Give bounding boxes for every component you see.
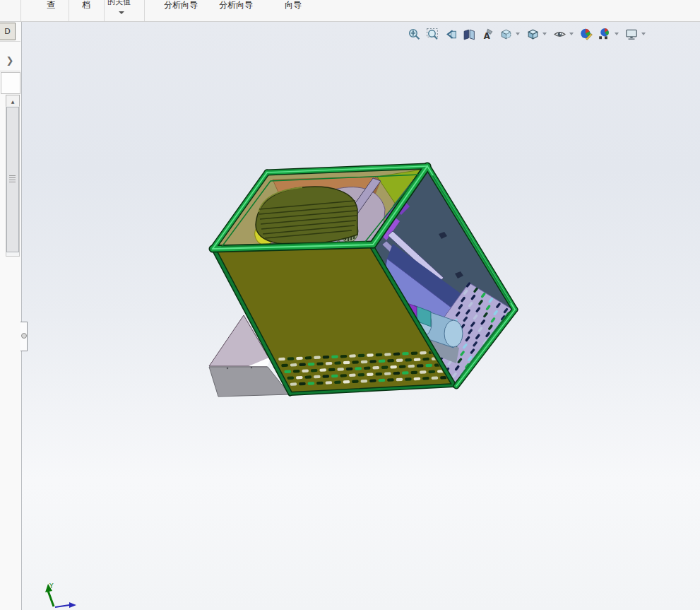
vent-slot xyxy=(387,378,394,382)
vent-slot xyxy=(287,376,294,380)
vent-slot xyxy=(319,368,326,372)
vent-slot xyxy=(375,373,382,376)
scrollbar-grip xyxy=(9,175,16,182)
vent-slot xyxy=(417,364,424,368)
view-orientation-button[interactable] xyxy=(498,26,514,42)
panel-placeholder-box xyxy=(1,72,20,94)
vent-slot xyxy=(420,351,427,355)
toolbar-button-analysis-wizard-1[interactable]: 分析向导 xyxy=(164,0,198,11)
display-style-button[interactable] xyxy=(525,26,540,42)
vent-slot xyxy=(414,358,421,361)
vent-slot xyxy=(349,374,356,377)
flap-rivet xyxy=(227,368,228,369)
vent-slot xyxy=(396,378,403,382)
vent-slot xyxy=(379,379,386,382)
zoom-to-area-button[interactable] xyxy=(425,26,440,42)
vent-slot xyxy=(428,370,435,374)
section-view-button[interactable] xyxy=(461,26,477,42)
svg-text:A: A xyxy=(483,30,490,40)
command-manager-toolbar: 查 档 的关值 分析向导 分析向导 向导 xyxy=(0,0,700,22)
vent-slot xyxy=(477,380,482,387)
hide-show-items-dropdown[interactable] xyxy=(569,33,574,35)
view-orientation-dropdown[interactable] xyxy=(516,33,520,35)
vent-slot xyxy=(411,351,418,355)
vent-slot xyxy=(346,368,353,371)
view-settings-button[interactable] xyxy=(624,26,639,42)
heads-up-view-toolbar: A xyxy=(406,25,651,42)
view-settings-dropdown[interactable] xyxy=(641,33,646,35)
vent-slot xyxy=(343,361,350,365)
vent-slot xyxy=(334,361,341,365)
triad-x-axis xyxy=(55,605,69,607)
scroll-up-arrow-icon: ▲ xyxy=(11,99,15,104)
vent-slot xyxy=(314,356,321,359)
panel-splitter-handle[interactable] xyxy=(20,322,28,351)
toolbar-button-analysis-wizard-2[interactable]: 分析向导 xyxy=(219,0,253,11)
hide-show-items-button[interactable] xyxy=(552,26,567,42)
solidworks-window: { "toolbar": { "buttons": [ {"label": "查… xyxy=(0,0,700,610)
vent-slot xyxy=(343,380,350,384)
vent-slot xyxy=(420,370,427,374)
feature-tree-tab[interactable]: D xyxy=(0,23,16,40)
panel-divider xyxy=(0,41,20,42)
vent-slot xyxy=(467,382,473,389)
vent-slot xyxy=(396,358,403,362)
apply-scene-button[interactable] xyxy=(597,26,612,42)
vent-slot xyxy=(361,380,368,383)
vent-slot xyxy=(296,357,303,360)
previous-view-button[interactable] xyxy=(443,26,458,42)
vent-slot xyxy=(311,369,318,373)
vent-slot xyxy=(384,353,391,356)
scrollbar-thumb[interactable] xyxy=(6,107,19,252)
edit-appearance-button[interactable] xyxy=(579,26,594,42)
assembly-model[interactable]: Y xyxy=(0,0,700,610)
edit-appearance-icon xyxy=(579,27,593,41)
vent-slot xyxy=(422,358,429,361)
splitter-dot-icon xyxy=(21,333,27,339)
vent-slot xyxy=(485,358,490,365)
toolbar-separator xyxy=(20,0,21,21)
vent-slot xyxy=(316,382,324,385)
flyout-dropdown-caret[interactable] xyxy=(119,11,124,14)
vent-slot xyxy=(376,353,383,357)
expand-panel-button[interactable]: ❯ xyxy=(3,52,17,68)
vent-slot xyxy=(367,353,374,357)
vent-slot xyxy=(422,377,429,380)
vent-slot xyxy=(487,351,493,358)
toolbar-button-flyout[interactable]: 的关值 xyxy=(107,0,131,7)
vent-slot xyxy=(405,377,412,381)
zoom-to-fit-icon xyxy=(408,28,421,41)
motor-cap-right xyxy=(444,320,463,347)
zoom-to-area-icon xyxy=(426,28,439,41)
vent-slot xyxy=(349,354,356,358)
vent-slot xyxy=(352,380,359,383)
vent-slot xyxy=(482,366,487,373)
toolbar-button-wizard[interactable]: 向导 xyxy=(285,0,302,11)
vent-slot xyxy=(299,382,306,386)
annotation-view-button[interactable]: A xyxy=(480,26,495,42)
toolbar-button-doc[interactable]: 档 xyxy=(82,0,90,11)
display-style-dropdown[interactable] xyxy=(542,33,547,35)
vent-slot xyxy=(308,363,315,366)
flap-rivet xyxy=(251,367,252,368)
vent-slot xyxy=(302,369,309,373)
vent-slot xyxy=(432,376,439,380)
triad-x-arrowhead xyxy=(69,602,76,608)
zoom-to-fit-button[interactable] xyxy=(406,26,422,42)
vent-slot xyxy=(323,356,330,359)
vent-slot xyxy=(278,358,285,361)
vent-slot xyxy=(384,372,391,375)
vent-slot xyxy=(299,363,306,366)
vent-slot xyxy=(369,379,376,382)
vent-slot xyxy=(367,373,374,376)
vent-slot xyxy=(358,354,365,358)
vent-slot xyxy=(469,375,475,382)
vent-slot xyxy=(314,375,321,379)
vent-slot xyxy=(425,364,432,368)
toolbar-button-check[interactable]: 查 xyxy=(47,0,55,11)
vent-slot xyxy=(408,365,415,368)
scrollbar-track[interactable] xyxy=(6,106,20,257)
apply-scene-dropdown[interactable] xyxy=(615,33,619,35)
vent-slot xyxy=(304,375,312,379)
previous-view-icon xyxy=(444,28,458,41)
